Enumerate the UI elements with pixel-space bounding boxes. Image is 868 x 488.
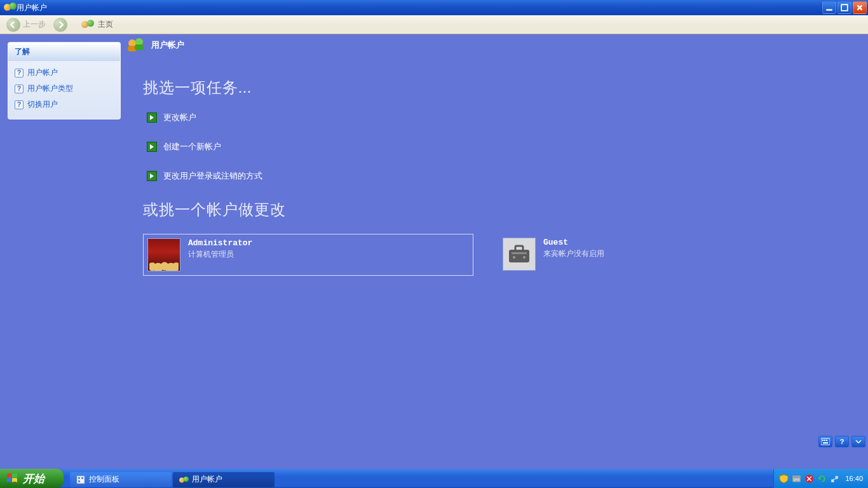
svg-rect-8 bbox=[512, 252, 527, 254]
svg-rect-14 bbox=[826, 440, 827, 441]
tray-sync-icon[interactable] bbox=[817, 474, 827, 484]
svg-rect-16 bbox=[77, 476, 85, 484]
control-panel-icon bbox=[76, 475, 85, 484]
learn-panel: 了解 ? 用户帐户 ? 用户帐户类型 ? 切换用户 bbox=[8, 42, 121, 119]
task-heading: 挑选一项任务... bbox=[143, 78, 850, 98]
sidebar-item-account-types[interactable]: ? 用户帐户类型 bbox=[11, 81, 118, 97]
account-picture-icon bbox=[503, 238, 536, 271]
svg-rect-24 bbox=[836, 476, 838, 478]
task-label: 创建一个新帐户 bbox=[163, 141, 221, 152]
users-icon bbox=[126, 38, 145, 52]
main-header: 用户帐户 bbox=[126, 38, 184, 52]
sidebar-item-switch-user[interactable]: ? 切换用户 bbox=[11, 97, 118, 112]
task-change-account[interactable]: 更改帐户 bbox=[147, 112, 850, 123]
users-icon bbox=[179, 475, 188, 484]
maximize-button[interactable] bbox=[837, 1, 851, 14]
svg-rect-23 bbox=[832, 479, 834, 482]
forward-button[interactable] bbox=[51, 17, 70, 33]
task-change-logon[interactable]: 更改用户登录或注销的方式 bbox=[147, 170, 850, 182]
close-button[interactable] bbox=[853, 1, 867, 14]
arrow-right-icon bbox=[147, 112, 157, 123]
sidebar-item-user-accounts[interactable]: ? 用户帐户 bbox=[11, 65, 118, 81]
tray-vm-icon[interactable]: vm bbox=[792, 474, 801, 484]
svg-rect-5 bbox=[135, 44, 144, 50]
account-status: 来宾帐户没有启用 bbox=[543, 248, 604, 259]
back-icon bbox=[6, 18, 20, 32]
users-icon bbox=[81, 20, 95, 30]
account-administrator[interactable]: Administrator 计算机管理员 bbox=[143, 234, 473, 276]
windows-logo-icon bbox=[6, 473, 19, 484]
tray-security-icon[interactable] bbox=[779, 474, 789, 484]
svg-rect-17 bbox=[78, 477, 80, 479]
svg-rect-15 bbox=[823, 442, 828, 444]
toolbar: 上一步 主页 bbox=[0, 15, 868, 34]
svg-rect-19 bbox=[78, 480, 80, 482]
learn-panel-header: 了解 bbox=[8, 43, 120, 61]
ime-keyboard-button[interactable] bbox=[818, 436, 832, 447]
svg-rect-1 bbox=[841, 4, 848, 11]
taskbar-task-label: 控制面板 bbox=[89, 474, 119, 485]
help-icon: ? bbox=[15, 85, 24, 93]
app-icon bbox=[4, 3, 14, 13]
system-tray: vm 16:40 bbox=[773, 469, 868, 488]
arrow-right-icon bbox=[147, 171, 157, 181]
tray-network-icon[interactable] bbox=[830, 474, 839, 484]
account-name: Guest bbox=[543, 238, 604, 247]
start-button[interactable]: 开始 bbox=[0, 469, 64, 488]
account-name: Administrator bbox=[188, 238, 252, 248]
svg-rect-0 bbox=[826, 9, 832, 10]
main-header-title: 用户帐户 bbox=[151, 39, 184, 51]
main-body: 挑选一项任务... 更改帐户 创建一个新帐户 更改用户登录或注销的方式 或挑一个… bbox=[143, 78, 850, 276]
account-picture-icon bbox=[147, 238, 180, 271]
ime-help-button[interactable]: ? bbox=[835, 436, 849, 447]
home-label: 主页 bbox=[98, 19, 113, 30]
sidebar-item-label: 切换用户 bbox=[27, 99, 58, 110]
home-button[interactable]: 主页 bbox=[79, 18, 116, 31]
sidebar-item-label: 用户帐户 bbox=[27, 67, 58, 78]
arrow-right-icon bbox=[147, 142, 157, 152]
account-guest[interactable]: Guest 来宾帐户没有启用 bbox=[499, 234, 608, 276]
svg-rect-12 bbox=[822, 440, 824, 441]
tray-clock[interactable]: 16:40 bbox=[845, 475, 863, 482]
task-create-account[interactable]: 创建一个新帐户 bbox=[147, 141, 850, 152]
svg-point-9 bbox=[513, 256, 515, 259]
pick-account-heading: 或挑一个帐户做更改 bbox=[143, 200, 850, 220]
task-label: 更改帐户 bbox=[163, 112, 196, 123]
back-button[interactable]: 上一步 bbox=[4, 17, 48, 33]
language-bar: ? bbox=[818, 436, 865, 447]
window-title: 用户帐户 bbox=[17, 3, 47, 13]
forward-icon bbox=[53, 18, 67, 32]
content-area: 了解 ? 用户帐户 ? 用户帐户类型 ? 切换用户 用户帐户 bbox=[0, 34, 868, 469]
taskbar: 开始 控制面板 用户帐户 vm 16:40 bbox=[0, 469, 868, 488]
svg-rect-18 bbox=[81, 477, 83, 479]
sidebar-item-label: 用户帐户类型 bbox=[27, 83, 73, 94]
taskbar-task-label: 用户帐户 bbox=[192, 474, 222, 485]
svg-point-10 bbox=[523, 256, 526, 259]
help-icon: ? bbox=[15, 100, 24, 109]
ime-options-button[interactable] bbox=[851, 436, 865, 447]
minimize-button[interactable] bbox=[822, 1, 836, 14]
svg-rect-13 bbox=[824, 440, 825, 441]
back-label: 上一步 bbox=[23, 19, 46, 30]
tray-alert-icon[interactable] bbox=[804, 474, 814, 484]
taskbar-task-user-accounts[interactable]: 用户帐户 bbox=[173, 472, 275, 487]
account-role: 计算机管理员 bbox=[188, 249, 252, 260]
svg-text:vm: vm bbox=[794, 476, 800, 482]
help-icon: ? bbox=[15, 69, 24, 78]
window-titlebar: 用户帐户 bbox=[0, 0, 868, 15]
taskbar-task-control-panel[interactable]: 控制面板 bbox=[70, 472, 172, 487]
task-label: 更改用户登录或注销的方式 bbox=[163, 170, 262, 182]
start-label: 开始 bbox=[23, 471, 44, 486]
svg-rect-11 bbox=[821, 438, 830, 445]
svg-rect-7 bbox=[515, 246, 523, 251]
